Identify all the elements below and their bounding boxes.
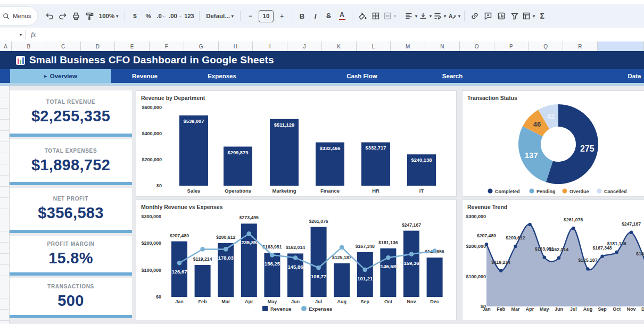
svg-text:Pending: Pending <box>536 189 556 194</box>
column-header-H[interactable]: H <box>219 41 253 51</box>
column-header-N[interactable]: N <box>425 41 460 51</box>
column-header-C[interactable]: C <box>46 41 81 51</box>
fill-color-button[interactable] <box>356 9 368 23</box>
column-header-A[interactable]: A <box>0 41 12 51</box>
svg-text:Jun: Jun <box>291 299 300 304</box>
formula-input[interactable] <box>36 28 644 41</box>
paint-format-button[interactable] <box>83 9 95 23</box>
functions-button[interactable]: Σ <box>536 9 548 23</box>
svg-text:$332,717: $332,717 <box>366 145 386 151</box>
chart-monthly-revenue-vs-expenses[interactable]: $0$100,000$200,000$300,000$207,480$119,2… <box>136 200 457 320</box>
merge-cells-button[interactable]: ▾ <box>383 9 396 23</box>
text-rotation-button[interactable]: A▾ <box>447 9 460 23</box>
borders-button[interactable] <box>369 9 382 23</box>
column-header-G[interactable]: G <box>184 41 219 51</box>
tab-search[interactable]: Search <box>442 69 463 83</box>
tab-data[interactable]: Data <box>628 69 641 83</box>
column-header-D[interactable]: D <box>81 41 115 51</box>
svg-text:Jan: Jan <box>482 306 491 312</box>
svg-text:HR: HR <box>372 188 379 194</box>
increase-font-size-button[interactable]: + <box>276 9 288 23</box>
tab-cash-flow[interactable]: Cash Flow <box>346 69 377 83</box>
column-header-J[interactable]: J <box>287 41 322 51</box>
strikethrough-button[interactable]: S <box>323 9 335 23</box>
chart-revenue-trend[interactable]: $0$100,000$200,000$300,000$207,480Jan$11… <box>462 200 644 320</box>
color-bar <box>339 19 345 21</box>
svg-text:$511,129: $511,129 <box>274 122 294 128</box>
svg-text:Aug: Aug <box>583 306 593 312</box>
svg-text:Operations: Operations <box>225 188 251 194</box>
svg-text:$0: $0 <box>156 183 162 188</box>
increase-decimal-button[interactable]: .00→ <box>169 9 182 23</box>
text-wrap-button[interactable]: ▾ <box>433 9 446 23</box>
chart-title: Monthly Revenue vs Expenses <box>141 204 222 210</box>
bold-button[interactable]: B <box>296 9 308 23</box>
decrease-font-size-button[interactable]: − <box>244 9 257 23</box>
format-currency-button[interactable]: $ <box>129 9 141 23</box>
svg-text:May: May <box>268 299 277 304</box>
column-header-R[interactable]: R <box>563 41 598 51</box>
zoom-select[interactable]: 100% ▾ <box>96 9 121 23</box>
chart-revenue-by-department[interactable]: $0$200,000$400,000$600,000$539,007Sales$… <box>136 90 457 197</box>
print-button[interactable] <box>70 9 82 23</box>
kpi-label: TOTAL REVENUE <box>46 99 95 105</box>
kpi-total-expenses: TOTAL EXPENSES $1,898,752 <box>10 139 132 185</box>
chart-transaction-status[interactable]: 2751374642CompletedPendingOverdueCancell… <box>462 90 644 197</box>
chevron-down-icon: ▾ <box>430 14 432 19</box>
svg-text:108,77: 108,77 <box>311 273 326 279</box>
svg-text:Revenue: Revenue <box>270 306 292 312</box>
italic-button[interactable]: I <box>309 9 321 23</box>
svg-text:$300,000: $300,000 <box>141 214 161 219</box>
svg-text:137: 137 <box>525 151 538 160</box>
svg-text:$600,000: $600,000 <box>142 105 162 110</box>
tab-revenue[interactable]: Revenue <box>132 69 158 83</box>
insert-link-button[interactable] <box>468 9 481 23</box>
column-header-P[interactable]: P <box>494 41 529 51</box>
chevron-down-icon: ▾ <box>232 14 234 19</box>
decrease-decimal-button[interactable]: .0← <box>155 9 168 23</box>
name-box[interactable]: ▾ <box>0 32 25 37</box>
column-header-K[interactable]: K <box>322 41 357 51</box>
column-header-B[interactable]: B <box>12 41 46 51</box>
tab-overview-label: Overview <box>50 73 77 79</box>
kpi-value: $2,255,335 <box>31 107 110 125</box>
column-headers: ABCDEFGHIJKLMNOPQR <box>0 41 644 52</box>
formula-bar: ▾ fx <box>0 28 644 42</box>
toolbar-divider <box>464 11 465 21</box>
column-header-F[interactable]: F <box>150 41 184 51</box>
font-size-input[interactable]: 10 <box>259 10 274 22</box>
table-button[interactable]: ▾ <box>522 9 535 23</box>
chevron-down-icon: ▾ <box>116 14 118 19</box>
column-header-M[interactable]: M <box>391 41 425 51</box>
kpi-value: 15.8% <box>48 250 93 267</box>
font-select[interactable]: Defaul... ▾ <box>203 9 236 23</box>
column-header-selected[interactable] <box>598 41 644 51</box>
more-formats-button[interactable]: 123 <box>183 9 195 23</box>
column-header-I[interactable]: I <box>253 41 287 51</box>
tab-expenses[interactable]: Expenses <box>208 69 236 83</box>
insert-comment-button[interactable] <box>482 9 494 23</box>
row-header-strip[interactable] <box>0 86 10 324</box>
redo-button[interactable] <box>56 9 69 23</box>
kpi-label: TOTAL EXPENSES <box>45 148 97 154</box>
undo-button[interactable] <box>43 9 55 23</box>
filter-button[interactable] <box>508 9 521 23</box>
format-percent-button[interactable]: % <box>142 9 154 23</box>
column-header-E[interactable]: E <box>115 41 150 51</box>
svg-text:Apr: Apr <box>245 299 253 304</box>
tab-overview[interactable]: ▸ Overview <box>10 69 111 83</box>
chart-title: Transaction Status <box>467 95 517 101</box>
horizontal-align-button[interactable]: ▾ <box>404 9 417 23</box>
chevron-down-icon: ▾ <box>20 32 22 37</box>
insert-chart-button[interactable] <box>495 9 507 23</box>
transaction-status-svg: 2751374642CompletedPendingOverdueCancell… <box>463 91 644 196</box>
vertical-align-button[interactable]: ▾ <box>418 9 432 23</box>
column-header-O[interactable]: O <box>460 41 494 51</box>
text-color-button[interactable]: A <box>336 9 348 23</box>
dashboard-nav: ▸ Overview Revenue Expenses Cash Flow Se… <box>0 69 644 83</box>
monthly-revenue-vs-expenses-svg: $0$100,000$200,000$300,000$207,480$119,2… <box>136 200 456 320</box>
menus-button[interactable]: Menus <box>0 7 37 25</box>
svg-text:Jan: Jan <box>175 299 184 304</box>
column-header-Q[interactable]: Q <box>529 41 563 51</box>
column-header-L[interactable]: L <box>357 41 391 51</box>
